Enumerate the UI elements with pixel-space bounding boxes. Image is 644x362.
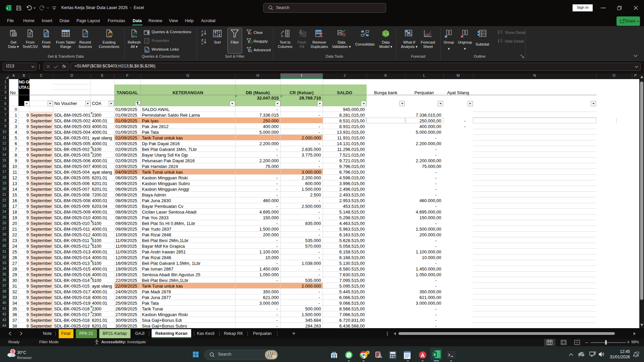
svg-text:z: z [637,352,638,355]
svg-text:−: − [461,35,463,38]
svg-text:−: − [478,33,479,36]
svg-text:A: A [201,30,204,33]
svg-text:Z: Z [201,33,203,36]
svg-text:+: + [445,35,447,38]
svg-text:J: J [387,33,388,36]
svg-text:A: A [214,34,216,37]
svg-text:Z: Z [218,34,220,37]
svg-text:z: z [638,352,639,353]
svg-text:+: + [478,31,479,33]
svg-text:i: i [384,33,385,36]
svg-text:x: x [6,6,8,10]
svg-text:x: x [434,352,436,356]
svg-text:?: ? [410,33,412,38]
